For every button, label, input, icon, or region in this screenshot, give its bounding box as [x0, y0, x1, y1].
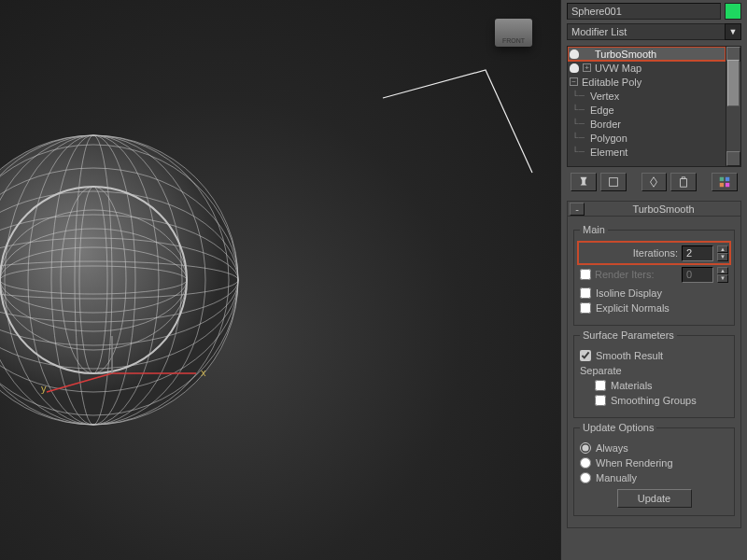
render-iters-spinner: ▲▼: [717, 267, 728, 283]
render-iters-input: 0: [682, 267, 713, 283]
stack-subitem-edge[interactable]: └┄Edge: [568, 103, 726, 117]
group-surface: Surface Parameters Smooth Result Separat…: [573, 329, 735, 418]
group-update: Update Options Always When Rendering Man…: [573, 422, 735, 516]
separate-by-label: Separate: [580, 365, 728, 376]
modifier-list-dropdown[interactable]: Modifier List ▼: [567, 23, 741, 40]
stack-item-turbosmooth[interactable]: TurboSmooth: [568, 47, 726, 61]
rollup-body-turbosmooth: Main Iterations: 2 ▲▼ Render Iters: 0 ▲▼…: [567, 216, 741, 528]
stack-subitem-border[interactable]: └┄Border: [568, 117, 726, 131]
object-color-swatch[interactable]: [725, 3, 741, 20]
rollup-collapse-button[interactable]: -: [570, 203, 585, 216]
update-rendering-radio[interactable]: [580, 457, 591, 469]
svg-rect-29: [720, 183, 724, 187]
render-iters-checkbox[interactable]: [580, 269, 591, 280]
svg-rect-26: [609, 178, 617, 187]
svg-text:x: x: [201, 367, 206, 378]
update-always-radio[interactable]: [580, 442, 591, 454]
modifier-stack[interactable]: TurboSmooth + UVW Map Editable Poly └┄Ve…: [568, 47, 726, 166]
isoline-checkbox[interactable]: [580, 287, 591, 299]
configure-sets-button[interactable]: [712, 173, 738, 191]
iterations-field: Iterations: 2 ▲▼: [580, 244, 728, 262]
materials-checkbox[interactable]: [595, 380, 606, 391]
svg-rect-27: [720, 177, 724, 181]
iterations-spinner[interactable]: ▲▼: [717, 245, 728, 261]
object-name-input[interactable]: [567, 3, 721, 20]
explicit-normals-checkbox[interactable]: [580, 302, 591, 314]
rollup-header-turbosmooth[interactable]: - TurboSmooth: [567, 201, 741, 216]
stack-item-editablepoly[interactable]: Editable Poly: [568, 75, 726, 89]
make-unique-button[interactable]: [641, 173, 668, 191]
lightbulb-icon[interactable]: [570, 63, 579, 73]
collapse-icon[interactable]: [570, 77, 578, 86]
svg-rect-28: [726, 177, 729, 181]
render-iters-field: Render Iters: 0 ▲▼: [580, 265, 728, 284]
update-button[interactable]: Update: [617, 489, 692, 508]
stack-subitem-polygon[interactable]: └┄Polygon: [568, 131, 726, 145]
stack-item-uvwmap[interactable]: + UVW Map: [568, 61, 726, 75]
svg-line-22: [47, 373, 112, 392]
camera-frustum-corner: [374, 61, 542, 229]
lightbulb-icon[interactable]: [570, 49, 579, 59]
smoothing-groups-checkbox[interactable]: [595, 395, 606, 406]
pin-stack-button[interactable]: [571, 173, 597, 191]
show-end-result-button[interactable]: [600, 173, 627, 191]
stack-subitem-element[interactable]: └┄Element: [568, 145, 726, 159]
stack-scrollbar[interactable]: [726, 47, 740, 166]
smooth-result-checkbox[interactable]: [580, 350, 591, 361]
3d-viewport[interactable]: FRONT x y: [0, 0, 560, 560]
iterations-input[interactable]: 2: [682, 245, 713, 261]
stack-toolbar: [567, 173, 741, 191]
group-main: Main Iterations: 2 ▲▼ Render Iters: 0 ▲▼…: [573, 224, 735, 326]
update-manually-radio[interactable]: [580, 472, 591, 483]
expand-icon[interactable]: +: [583, 63, 591, 72]
svg-text:y: y: [41, 383, 47, 394]
viewcube[interactable]: FRONT: [495, 19, 532, 47]
remove-modifier-button[interactable]: [670, 173, 697, 191]
gizmo[interactable]: x y: [37, 336, 224, 411]
command-panel: Modifier List ▼ TurboSmooth + UVW Map Ed…: [560, 0, 747, 560]
chevron-down-icon: ▼: [725, 23, 741, 40]
svg-rect-30: [726, 183, 729, 187]
stack-subitem-vertex[interactable]: └┄Vertex: [568, 89, 726, 103]
